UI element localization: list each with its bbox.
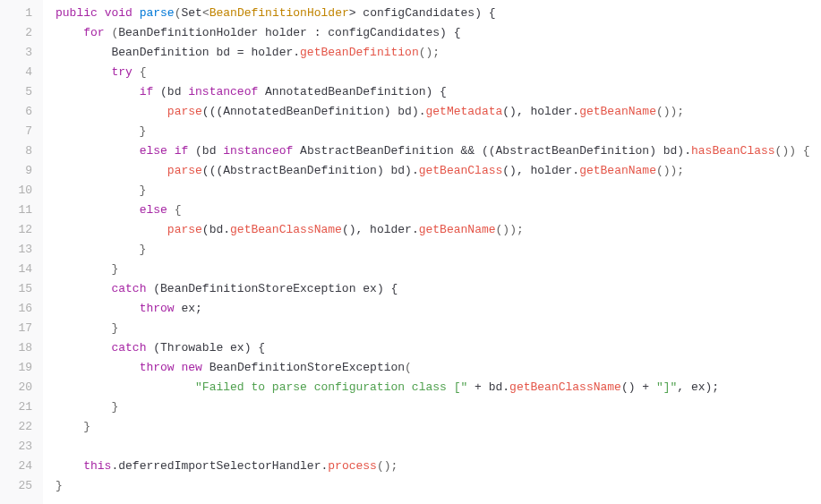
token-var: , ex); — [677, 380, 719, 394]
token-call: getBeanDefinition — [300, 46, 419, 59]
token-call: getMetadata — [425, 105, 502, 118]
code-line[interactable]: } — [56, 240, 821, 260]
code-line[interactable]: public void parse(Set<BeanDefinitionHold… — [56, 4, 821, 23]
token-kw: else — [140, 144, 167, 158]
token-var: (), holder. — [502, 105, 579, 118]
line-number: 15 — [0, 279, 32, 299]
token-var: (((AbstractBeanDefinition) bd). — [202, 164, 419, 177]
code-line[interactable]: } — [56, 122, 821, 141]
token-kw: try — [111, 65, 132, 79]
code-line[interactable]: for (BeanDefinitionHolder holder : confi… — [56, 23, 821, 43]
token-kw: instanceof — [188, 85, 258, 98]
token-var: holder : configCandidates) { — [258, 26, 460, 39]
code-line[interactable]: try { — [56, 63, 821, 82]
token-punc — [56, 361, 140, 374]
line-number: 5 — [0, 82, 32, 102]
code-line[interactable]: } — [56, 397, 821, 417]
token-punc — [56, 105, 167, 118]
token-str: "]" — [656, 380, 677, 394]
token-punc: } — [56, 124, 146, 138]
token-punc — [56, 380, 195, 394]
token-var: bd = holder. — [210, 46, 300, 59]
code-line[interactable]: throw ex; — [56, 299, 821, 319]
token-kw: void — [105, 6, 133, 20]
code-line[interactable]: catch (BeanDefinitionStoreException ex) … — [56, 279, 821, 299]
code-line[interactable]: throw new BeanDefinitionStoreException( — [56, 358, 821, 378]
token-call: getBeanName — [419, 223, 496, 236]
token-kw: new — [181, 361, 201, 374]
token-call: process — [328, 459, 377, 473]
token-var: > configCandidates) { — [349, 6, 496, 20]
token-var: Set — [181, 6, 201, 20]
token-punc — [56, 282, 111, 295]
line-number: 12 — [0, 220, 32, 240]
token-var: (BeanDefinitionStoreException ex) { — [146, 282, 398, 295]
token-str: "Failed to parse configuration class [" — [195, 380, 467, 394]
code-line[interactable]: parse(((AbstractBeanDefinition) bd).getB… — [56, 161, 821, 181]
code-line[interactable]: if (bd instanceof AnnotatedBeanDefinitio… — [56, 82, 821, 102]
line-number: 14 — [0, 260, 32, 279]
line-number: 8 — [0, 141, 32, 161]
token-punc: (); — [419, 46, 440, 59]
token-kw: catch — [111, 282, 146, 295]
token-punc: } — [56, 420, 90, 433]
token-var: (bd — [153, 85, 188, 98]
token-punc — [56, 85, 140, 98]
token-kw: for — [83, 26, 104, 39]
line-number: 22 — [0, 417, 32, 437]
code-line[interactable]: else { — [56, 201, 821, 220]
line-number: 24 — [0, 457, 32, 476]
token-kw: else — [140, 203, 167, 217]
code-area[interactable]: public void parse(Set<BeanDefinitionHold… — [43, 0, 821, 504]
token-call: parse — [167, 164, 202, 177]
token-punc — [167, 144, 175, 158]
code-line[interactable]: this.deferredImportSelectorHandler.proce… — [56, 457, 821, 476]
token-var: (), holder. — [342, 223, 419, 236]
token-var: BeanDefinition — [111, 46, 209, 59]
token-punc: { — [167, 203, 182, 217]
code-line[interactable]: } — [56, 417, 821, 437]
token-kw: if — [140, 85, 154, 98]
token-call: hasBeanClass — [691, 144, 775, 158]
token-punc: ( — [105, 26, 119, 39]
token-punc — [56, 302, 140, 315]
line-number: 13 — [0, 240, 32, 260]
code-line[interactable]: parse(((AnnotatedBeanDefinition) bd).get… — [56, 102, 821, 122]
code-line[interactable]: } — [56, 260, 821, 279]
line-number: 17 — [0, 319, 32, 338]
code-line[interactable]: } — [56, 319, 821, 338]
token-punc: } — [56, 400, 118, 414]
code-line[interactable]: "Failed to parse configuration class [" … — [56, 378, 821, 397]
token-punc — [56, 203, 140, 217]
code-line[interactable]: catch (Throwable ex) { — [56, 338, 821, 358]
token-call: getBeanName — [579, 105, 656, 118]
token-var: BeanDefinitionStoreException — [210, 361, 405, 374]
code-line[interactable]: } — [56, 476, 821, 496]
code-line[interactable] — [56, 437, 821, 457]
line-number: 19 — [0, 358, 32, 378]
code-line[interactable]: } — [56, 181, 821, 201]
code-editor: 1234567891011121314151617181920212223242… — [0, 0, 821, 504]
line-number: 3 — [0, 43, 32, 63]
token-punc — [56, 459, 83, 473]
token-punc: } — [56, 243, 146, 256]
code-line[interactable]: else if (bd instanceof AbstractBeanDefin… — [56, 141, 821, 161]
line-number: 16 — [0, 299, 32, 319]
token-kw: throw — [140, 302, 175, 315]
token-var: () + — [621, 380, 656, 394]
code-line[interactable]: BeanDefinition bd = holder.getBeanDefini… — [56, 43, 821, 63]
token-punc — [202, 361, 210, 374]
token-type: BeanDefinitionHolder — [210, 6, 349, 20]
line-number: 10 — [0, 181, 32, 201]
line-number: 25 — [0, 476, 32, 496]
token-var: .deferredImportSelectorHandler. — [111, 459, 328, 473]
token-punc — [56, 164, 167, 177]
token-punc — [133, 6, 140, 20]
token-kw: throw — [140, 361, 175, 374]
token-punc: ()); — [496, 223, 524, 236]
token-punc — [56, 46, 111, 59]
token-method: parse — [140, 6, 175, 20]
token-var: AnnotatedBeanDefinition) { — [258, 85, 447, 98]
token-var: ex; — [175, 302, 202, 315]
code-line[interactable]: parse(bd.getBeanClassName(), holder.getB… — [56, 220, 821, 240]
